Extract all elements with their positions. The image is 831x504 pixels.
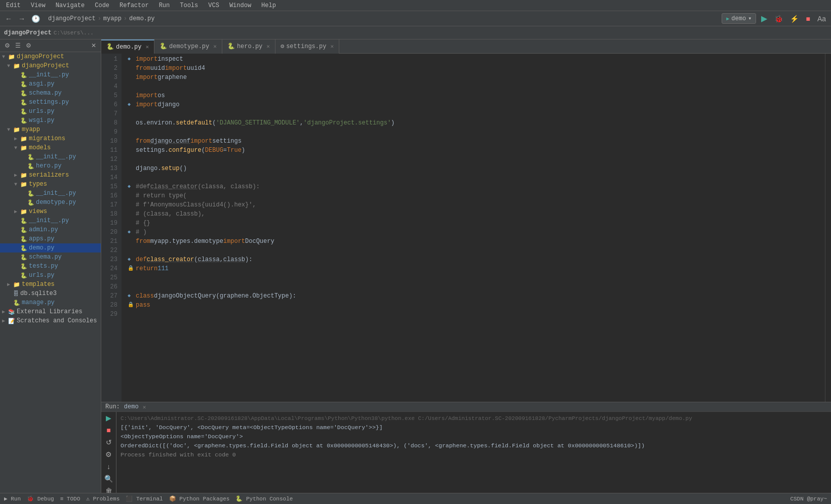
run-output-line-2: <ObjectTypeOptions name='DocQuery'> xyxy=(121,432,827,441)
menu-window[interactable]: Window xyxy=(227,1,253,10)
status-python-packages[interactable]: 📦 Python Packages xyxy=(169,495,230,502)
tree-item-init-myapp[interactable]: 🐍 __init__.py xyxy=(0,216,101,225)
tree-label: manage.py xyxy=(22,299,55,306)
tree-item-wsgi[interactable]: 🐍 wsgi.py xyxy=(0,116,101,125)
tab-label: demotype.py xyxy=(169,43,209,50)
tab-demotype-py[interactable]: 🐍 demotype.py ✕ xyxy=(154,39,222,54)
py-icon: 🐍 xyxy=(20,263,27,270)
run-play-btn[interactable]: ▶ xyxy=(103,413,114,423)
tree-item-types[interactable]: ▼ 📁 types xyxy=(0,180,101,189)
tree-item-settings-django[interactable]: 🐍 settings.py xyxy=(0,98,101,107)
tree-item-demo[interactable]: 🐍 demo.py xyxy=(0,243,101,253)
status-run[interactable]: ▶ Run xyxy=(4,495,21,502)
menu-vcs[interactable]: VCS xyxy=(206,1,221,10)
menu-navigate[interactable]: Navigate xyxy=(54,1,87,10)
menu-refactor[interactable]: Refactor xyxy=(117,1,151,10)
breadcrumb-file[interactable]: demo.py xyxy=(129,15,154,22)
tree-item-templates[interactable]: ▶ 📁 templates xyxy=(0,280,101,289)
tree-arrow: ▼ xyxy=(14,145,19,151)
tab-close-settings[interactable]: ✕ xyxy=(330,43,334,50)
tree-item-serializers[interactable]: ▶ 📁 serializers xyxy=(0,171,101,180)
tree-label: apps.py xyxy=(29,235,54,242)
run-filter-btn[interactable]: 🔍 xyxy=(103,474,114,484)
py-icon: 🐍 xyxy=(20,272,27,279)
menu-help[interactable]: Help xyxy=(259,1,278,10)
tree-item-models[interactable]: ▼ 📁 models xyxy=(0,143,101,152)
tree-item-asgi[interactable]: 🐍 asgi.py xyxy=(0,79,101,89)
sidebar-settings-btn[interactable]: ⚙ xyxy=(3,41,12,50)
run-button[interactable]: ▶ xyxy=(759,13,769,24)
tree-item-schema-django[interactable]: 🐍 schema.py xyxy=(0,89,101,98)
tab-hero-py[interactable]: 🐍 hero.py ✕ xyxy=(222,39,275,54)
editor-minimap xyxy=(825,54,831,402)
tree-item-scratches[interactable]: ▶ 📝 Scratches and Consoles xyxy=(0,316,101,325)
status-terminal[interactable]: ⬛ Terminal xyxy=(126,495,163,502)
code-line-23: ◆ def class_creator(classa, classb): xyxy=(128,255,825,264)
sidebar-gear-btn[interactable]: ⚙ xyxy=(24,41,33,50)
tree-item-init-types[interactable]: 🐍 __init__.py xyxy=(0,189,101,198)
breadcrumb-project[interactable]: djangoProject xyxy=(48,15,96,22)
recent-files-button[interactable]: 🕐 xyxy=(29,14,42,24)
tree-arrow: ▶ xyxy=(2,309,7,315)
tree-item-urls-myapp[interactable]: 🐍 urls.py xyxy=(0,271,101,280)
run-config-dropdown[interactable]: ▶ demo ▾ xyxy=(722,13,756,24)
tree-item-external-libraries[interactable]: ▶ 📚 External Libraries xyxy=(0,307,101,316)
tree-item-admin[interactable]: 🐍 admin.py xyxy=(0,225,101,234)
tree-item-apps[interactable]: 🐍 apps.py xyxy=(0,234,101,243)
stop-button[interactable]: ■ xyxy=(804,14,812,24)
run-close-button[interactable]: ✕ xyxy=(143,404,146,410)
code-line-8: os.environ.setdefault('DJANGO_SETTING_MO… xyxy=(128,118,825,128)
status-problems[interactable]: ⚠ Problems xyxy=(86,495,120,502)
run-stop-btn[interactable]: ■ xyxy=(103,425,114,435)
status-todo[interactable]: ≡ TODO xyxy=(60,496,81,502)
bottom-panel: Run: demo ✕ ▶ ■ ↺ ⚙ ↓ 🔍 🗑 C:\Users\Admin… xyxy=(101,402,831,493)
tab-close-demotype[interactable]: ✕ xyxy=(213,43,217,50)
menu-run[interactable]: Run xyxy=(157,1,172,10)
run-with-coverage-button[interactable]: ⚡ xyxy=(788,14,801,24)
run-rerun-btn[interactable]: ↺ xyxy=(103,437,114,447)
code-content[interactable]: ◆ import inspect from uuid import uuid4 … xyxy=(122,54,825,402)
tab-close-hero[interactable]: ✕ xyxy=(266,43,270,50)
forward-button[interactable]: → xyxy=(16,14,27,24)
tree-item-djangoProject-root[interactable]: ▼ 📁 djangoProject xyxy=(0,52,101,61)
code-line-5: import os xyxy=(128,91,825,100)
code-editor[interactable]: 12345 678910 1112131415 1617181920 21222… xyxy=(101,54,831,402)
sidebar-collapse-btn[interactable]: ☰ xyxy=(14,41,22,50)
project-path: C:\Users\... xyxy=(54,30,94,36)
status-debug[interactable]: 🐞 Debug xyxy=(27,495,54,502)
debug-button[interactable]: 🐞 xyxy=(772,14,785,24)
tree-item-db-sqlite3[interactable]: 🗄 db.sqlite3 xyxy=(0,289,101,298)
translate-button[interactable]: Aa xyxy=(815,14,828,24)
tree-label: __init__.py xyxy=(36,153,76,160)
menu-view[interactable]: View xyxy=(29,1,48,10)
tree-item-manage[interactable]: 🐍 manage.py xyxy=(0,298,101,307)
tree-item-djangoProject[interactable]: ▼ 📁 djangoProject xyxy=(0,61,101,70)
run-scroll-btn[interactable]: ↓ xyxy=(103,461,114,472)
tree-item-init-django[interactable]: 🐍 __init__.py xyxy=(0,70,101,79)
menu-edit[interactable]: Edit xyxy=(4,1,23,10)
breadcrumb-app[interactable]: myapp xyxy=(103,15,122,22)
tree-item-demotype[interactable]: 🐍 demotype.py xyxy=(0,198,101,207)
tree-item-schema-myapp[interactable]: 🐍 schema.py xyxy=(0,253,101,262)
tree-item-migrations[interactable]: ▶ 📁 migrations xyxy=(0,134,101,143)
tab-close-demo[interactable]: ✕ xyxy=(145,44,149,50)
back-button[interactable]: ← xyxy=(3,14,14,24)
tree-item-myapp[interactable]: ▼ 📁 myapp xyxy=(0,125,101,134)
tree-item-init-models[interactable]: 🐍 __init__.py xyxy=(0,152,101,161)
sidebar-close-btn[interactable]: ✕ xyxy=(90,41,98,50)
run-settings-btn[interactable]: ⚙ xyxy=(103,449,114,459)
tree-item-views[interactable]: ▶ 📁 views xyxy=(0,207,101,216)
menu-code[interactable]: Code xyxy=(93,1,111,10)
status-python-console[interactable]: 🐍 Python Console xyxy=(235,495,293,502)
tab-settings-py[interactable]: ⚙ settings.py ✕ xyxy=(275,39,339,54)
code-line-27: ◆ class djangoObjectQuery(graphene.Objec… xyxy=(128,291,825,301)
run-label: Run: xyxy=(105,403,120,410)
tree-item-urls-django[interactable]: 🐍 urls.py xyxy=(0,107,101,116)
tree-item-hero[interactable]: 🐍 hero.py xyxy=(0,161,101,171)
menu-tools[interactable]: Tools xyxy=(178,1,200,10)
tree-item-tests[interactable]: 🐍 tests.py xyxy=(0,262,101,271)
lib-icon: 📚 xyxy=(8,309,15,315)
run-trash-btn[interactable]: 🗑 xyxy=(103,486,114,493)
tree-arrow: ▶ xyxy=(2,318,7,324)
tab-demo-py[interactable]: 🐍 demo.py ✕ xyxy=(101,39,154,54)
